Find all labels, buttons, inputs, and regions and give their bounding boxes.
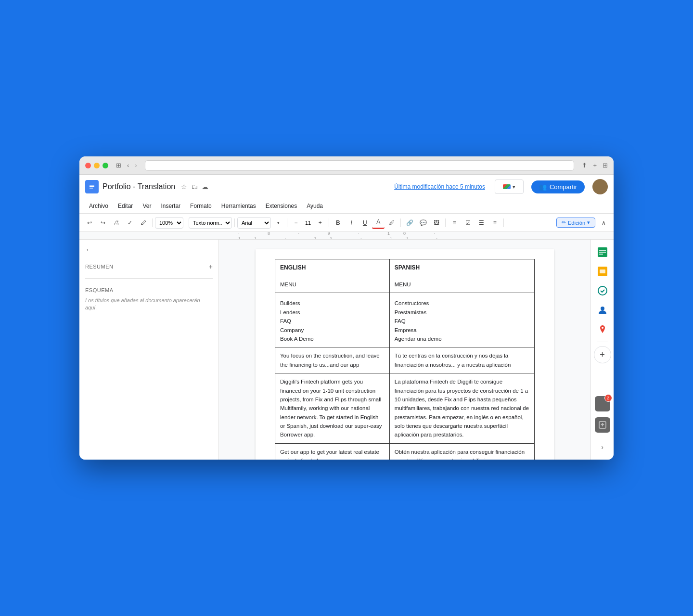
maps-icon-button[interactable]	[594, 321, 611, 338]
menu-formato[interactable]: Formato	[186, 201, 216, 211]
list-item: FAQ	[395, 317, 529, 325]
address-bar[interactable]	[145, 160, 575, 171]
outline-label: ESQUEMA	[85, 287, 114, 293]
menu-items-en: Builders Lenders FAQ Company Book A Demo	[280, 299, 385, 343]
undo-button[interactable]: ↩	[83, 217, 96, 229]
new-tab-icon[interactable]: +	[593, 162, 597, 169]
table-cell: Builders Lenders FAQ Company Book A Demo	[275, 293, 390, 347]
notification-area: 2	[595, 396, 610, 411]
upload-area	[595, 417, 610, 433]
meet-button[interactable]: ▾	[495, 180, 524, 194]
outline-hint-text: Los títulos que añadas al documento apar…	[85, 297, 213, 312]
sheets-icon-button[interactable]	[594, 244, 611, 261]
ruler: · 1 · 2 · 3 · 4 · 5 · 6 · 7 · 8 · 9 · 10…	[79, 232, 614, 240]
table-cell: Constructores Prestamistas FAQ Empresa A…	[389, 293, 534, 347]
table-row: Diggifi's Fintech platform gets you fina…	[275, 373, 535, 444]
font-size-increase-button[interactable]: +	[314, 217, 326, 229]
list-item: Lenders	[280, 308, 385, 317]
image-button[interactable]: 🖼	[430, 217, 443, 229]
font-down-icon[interactable]: ▾	[272, 217, 284, 229]
slides-icon-button[interactable]	[594, 263, 611, 280]
bold-button[interactable]: B	[332, 217, 344, 229]
back-icon[interactable]: ‹	[127, 162, 129, 169]
meet-chevron-icon: ▾	[513, 184, 515, 190]
tasks-icon-button[interactable]	[594, 282, 611, 299]
comment-button[interactable]: 💬	[417, 217, 429, 229]
toolbar-separator-2	[186, 218, 186, 227]
star-icon[interactable]: ☆	[181, 183, 187, 191]
formatting-toolbar: ↩ ↪ 🖨 ✓ 🖊 100% Texto norm... Arial ▾ − 1…	[79, 213, 614, 231]
svg-rect-1	[90, 185, 94, 186]
toolbar-separator-8	[503, 218, 504, 227]
get-app-text-es: Obtén nuestra aplicación para conseguir …	[395, 448, 529, 460]
cloud-icon[interactable]: ☁	[202, 183, 208, 191]
share-label: Compartir	[550, 183, 577, 191]
collapse-toolbar-button[interactable]: ∧	[597, 217, 610, 229]
collapse-sidebar-button[interactable]: ›	[594, 438, 611, 456]
get-app-text-en: Get our app to get your latest real esta…	[280, 448, 385, 460]
title-bar-right: ⬆ + ⊞	[582, 162, 608, 169]
svg-rect-6	[599, 252, 606, 253]
share-button[interactable]: 👥 Compartir	[531, 180, 585, 193]
platform-desc-en: Diggifi's Fintech platform gets you fina…	[280, 379, 382, 437]
svg-point-10	[598, 286, 607, 295]
menu-herramientas[interactable]: Herramientas	[218, 201, 260, 211]
sidebar-toggle-icon[interactable]: ⊞	[116, 162, 121, 169]
edit-mode-chevron: ▾	[587, 219, 590, 226]
svg-point-11	[601, 307, 604, 310]
numbered-list-button[interactable]: ≡	[488, 217, 501, 229]
menu-bar: Archivo Editar Ver Insertar Formato Herr…	[79, 199, 614, 213]
line-spacing-button[interactable]: ≡	[448, 217, 461, 229]
menu-editar[interactable]: Editar	[114, 201, 137, 211]
text-color-button[interactable]: A	[372, 217, 385, 229]
checklist-button[interactable]: ☑	[462, 217, 474, 229]
doc-title-bar: Portfolio - Translation ☆ 🗂 ☁ Última mod…	[79, 175, 614, 199]
spell-check-button[interactable]: ✓	[124, 217, 136, 229]
drive-icon[interactable]: 🗂	[191, 183, 198, 191]
menu-ver[interactable]: Ver	[139, 201, 155, 211]
font-select[interactable]: Arial	[237, 217, 271, 229]
toolbar-separator-6	[400, 218, 401, 227]
highlight-button[interactable]: 🖊	[385, 217, 398, 229]
upload-button[interactable]	[595, 417, 610, 433]
style-select[interactable]: Texto norm...	[189, 217, 232, 229]
summary-add-button[interactable]: +	[209, 263, 213, 270]
title-bar: ⊞ ‹ › ⬆ + ⊞	[79, 156, 614, 175]
edit-mode-area: ✏ Edición ▾ ∧	[556, 217, 610, 229]
zoom-select[interactable]: 100%	[155, 217, 183, 229]
forward-icon[interactable]: ›	[135, 162, 137, 169]
table-cell: Tú te centras en la construcción y nos d…	[389, 347, 534, 373]
underline-button[interactable]: U	[359, 217, 371, 229]
menu-extensiones[interactable]: Extensiones	[262, 201, 301, 211]
maximize-button[interactable]	[103, 163, 108, 168]
grid-icon[interactable]: ⊞	[603, 162, 608, 169]
toolbar-separator-4	[287, 218, 287, 227]
share-icon[interactable]: ⬆	[582, 162, 587, 169]
list-item: Agendar una demo	[395, 334, 529, 343]
link-button[interactable]: 🔗	[403, 217, 416, 229]
list-button[interactable]: ☰	[475, 217, 488, 229]
menu-archivo[interactable]: Archivo	[85, 201, 112, 211]
menu-insertar[interactable]: Insertar	[157, 201, 184, 211]
edit-mode-button[interactable]: ✏ Edición ▾	[556, 218, 595, 228]
paint-format-button[interactable]: 🖊	[137, 217, 150, 229]
table-row: You focus on the construction, and leave…	[275, 347, 535, 373]
italic-button[interactable]: I	[345, 217, 358, 229]
font-size-decrease-button[interactable]: −	[290, 217, 302, 229]
svg-rect-5	[599, 250, 606, 251]
close-button[interactable]	[85, 163, 91, 168]
right-sidebar-separator	[597, 342, 608, 342]
add-addon-button[interactable]: +	[594, 346, 611, 363]
table-cell: You focus on the construction, and leave…	[275, 347, 390, 373]
print-button[interactable]: 🖨	[110, 217, 123, 229]
get-app-es: Obtén nuestra aplicación para conseguir …	[395, 448, 529, 460]
minimize-button[interactable]	[94, 163, 100, 168]
contacts-icon-button[interactable]	[594, 301, 611, 319]
get-app-en: Get our app to get your latest real esta…	[280, 448, 385, 460]
list-item: Constructores	[395, 299, 529, 308]
menu-ayuda[interactable]: Ayuda	[303, 201, 327, 211]
svg-rect-9	[600, 270, 605, 273]
doc-title-actions: ☆ 🗂 ☁	[181, 183, 208, 191]
redo-button[interactable]: ↪	[97, 217, 109, 229]
sidebar-back-button[interactable]: ←	[85, 245, 213, 254]
